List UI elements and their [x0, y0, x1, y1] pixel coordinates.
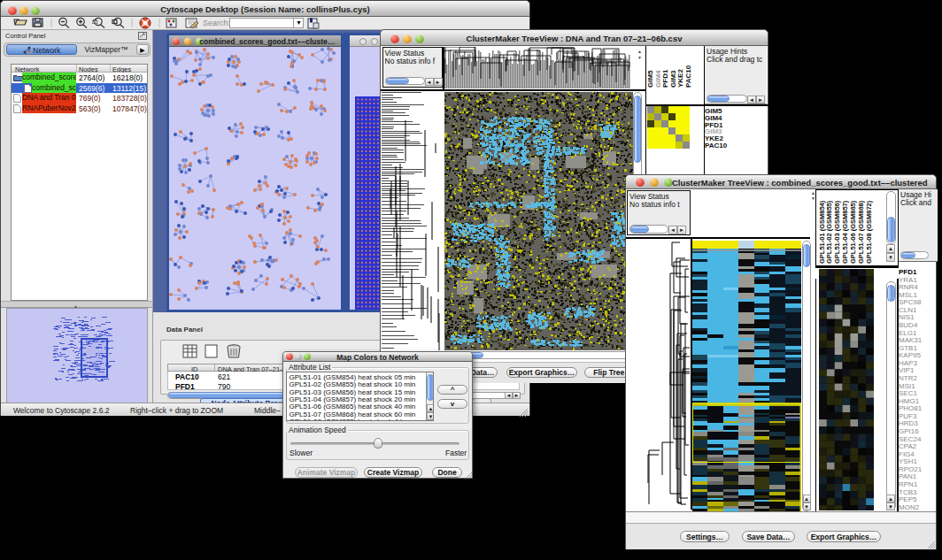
svg-text:Search:: Search: — [203, 19, 230, 27]
